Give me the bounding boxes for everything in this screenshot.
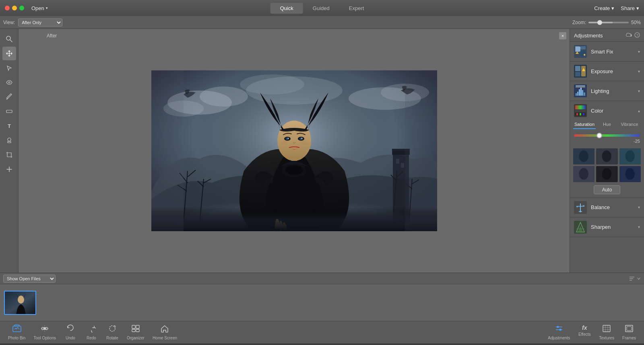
after-label: After xyxy=(47,33,57,39)
balance-chevron: ▾ xyxy=(638,205,640,209)
preset-4[interactable] xyxy=(573,166,594,182)
preset-6[interactable] xyxy=(619,166,641,182)
create-button[interactable]: Create ▾ xyxy=(594,5,614,11)
panel-header-icons: ? xyxy=(625,32,640,39)
preset-3[interactable] xyxy=(619,148,641,164)
svg-rect-77 xyxy=(580,113,581,115)
organizer-icon xyxy=(131,324,140,335)
tab-vibrance[interactable]: Vibrance xyxy=(618,120,641,129)
tab-expert[interactable]: Expert xyxy=(339,3,374,14)
zoom-area: Zoom: 50% xyxy=(572,20,641,25)
show-files-select[interactable]: Show Open Files Show All Files xyxy=(3,275,56,283)
svg-rect-108 xyxy=(43,327,46,330)
shape-tool[interactable] xyxy=(2,105,16,118)
redo-button[interactable]: Redo xyxy=(82,323,101,342)
effects-tab-button[interactable]: fx Effects xyxy=(575,323,594,342)
svg-point-115 xyxy=(557,326,559,328)
auto-button[interactable]: Auto xyxy=(594,185,621,194)
title-right-actions: Create ▾ Share ▾ xyxy=(594,5,639,11)
share-button[interactable]: Share ▾ xyxy=(621,5,639,11)
svg-rect-3 xyxy=(6,110,12,113)
adjustments-tab-button[interactable]: Adjustments xyxy=(545,323,573,342)
zoom-value: 50% xyxy=(631,20,641,25)
home-screen-button[interactable]: Home Screen xyxy=(149,323,180,342)
undo-button[interactable]: Undo xyxy=(61,323,80,342)
svg-point-16 xyxy=(240,74,304,94)
svg-rect-66 xyxy=(582,90,583,96)
rotate-button[interactable]: Rotate xyxy=(103,323,122,342)
organizer-label: Organizer xyxy=(127,336,144,340)
text-tool[interactable]: T xyxy=(2,119,16,133)
stamp-tool[interactable] xyxy=(2,133,16,147)
more-tools[interactable] xyxy=(2,162,16,176)
zoom-tool[interactable] xyxy=(2,32,16,46)
svg-point-2 xyxy=(8,82,10,83)
preset-1[interactable] xyxy=(573,148,594,164)
svg-point-86 xyxy=(579,168,588,180)
svg-rect-52 xyxy=(575,46,580,52)
tab-hue[interactable]: Hue xyxy=(596,120,618,129)
main-area: T × After xyxy=(0,29,644,273)
smart-fix-item[interactable]: Smart Fix ▾ xyxy=(570,42,644,62)
help-icon[interactable]: ? xyxy=(634,32,640,39)
close-window-button[interactable] xyxy=(5,6,10,10)
tool-options-button[interactable]: Tool Options xyxy=(30,323,59,342)
move-tool[interactable] xyxy=(2,47,16,60)
zoom-slider[interactable] xyxy=(588,22,629,23)
svg-rect-112 xyxy=(132,329,135,332)
zoom-label: Zoom: xyxy=(572,20,586,25)
canvas-area: × After xyxy=(19,29,570,273)
eye-tool[interactable] xyxy=(2,76,16,89)
svg-rect-63 xyxy=(577,92,578,96)
adjustments-tab-icon xyxy=(555,324,564,335)
toolbar-row: View: After Only Before Only Before & Af… xyxy=(0,16,644,29)
tab-guided[interactable]: Guided xyxy=(303,3,339,14)
smart-fix-icon xyxy=(574,45,587,58)
bin-content xyxy=(0,284,644,321)
effects-tab-label: Effects xyxy=(578,332,590,337)
crop-tool[interactable] xyxy=(2,148,16,162)
smart-fix-chevron: ▾ xyxy=(638,49,640,54)
tool-options-icon xyxy=(40,324,49,335)
tab-saturation[interactable]: Saturation xyxy=(573,120,596,129)
organizer-button[interactable]: Organizer xyxy=(124,323,148,342)
close-canvas-button[interactable]: × xyxy=(559,32,566,39)
sharpen-chevron: ▾ xyxy=(638,225,640,229)
sharpen-item[interactable]: Sharpen ▾ xyxy=(570,218,644,237)
maximize-window-button[interactable] xyxy=(19,6,24,10)
tab-quick[interactable]: Quick xyxy=(270,3,303,14)
textures-tab-label: Textures xyxy=(599,336,614,340)
exposure-item[interactable]: Exposure ▾ xyxy=(570,62,644,81)
preset-5[interactable] xyxy=(596,166,617,182)
balance-label: Balance xyxy=(591,204,634,210)
minimize-window-button[interactable] xyxy=(12,6,17,10)
view-select[interactable]: After Only Before Only Before & After Ho… xyxy=(18,18,62,27)
bottom-toolbar: Photo Bin Tool Options Undo Redo Rotate … xyxy=(0,321,644,343)
color-presets xyxy=(570,147,644,185)
textures-tab-button[interactable]: Textures xyxy=(596,323,617,342)
color-section: Color ▴ Saturation Hue Vibrance -25 xyxy=(570,101,644,198)
lighting-chevron: ▾ xyxy=(638,89,640,93)
svg-point-11 xyxy=(200,86,248,107)
exposure-icon xyxy=(574,65,587,78)
exposure-chevron: ▾ xyxy=(638,69,640,74)
saturation-slider[interactable] xyxy=(574,134,640,137)
balance-item[interactable]: Balance ▾ xyxy=(570,198,644,218)
svg-rect-54 xyxy=(580,51,586,57)
svg-point-42 xyxy=(287,138,289,139)
bottom-right-tabs: Adjustments fx Effects Textures Frames xyxy=(545,323,639,342)
adjustments-tab-label: Adjustments xyxy=(548,336,570,340)
brush-tool[interactable] xyxy=(2,90,16,104)
lighting-item[interactable]: Lighting ▾ xyxy=(570,81,644,101)
bin-thumbnail-1[interactable] xyxy=(4,291,36,315)
selection-tool[interactable] xyxy=(2,61,16,75)
open-button[interactable]: Open ▾ xyxy=(28,4,51,13)
effects-tab-icon: fx xyxy=(582,324,587,331)
photo-bin-button[interactable]: Photo Bin xyxy=(5,323,29,342)
svg-rect-69 xyxy=(576,86,585,86)
preset-2[interactable] xyxy=(596,148,617,164)
color-header[interactable]: Color ▴ xyxy=(570,101,644,120)
bin-sort-button[interactable] xyxy=(629,276,641,281)
frames-tab-button[interactable]: Frames xyxy=(619,323,639,342)
cloud-icon[interactable] xyxy=(625,32,632,39)
